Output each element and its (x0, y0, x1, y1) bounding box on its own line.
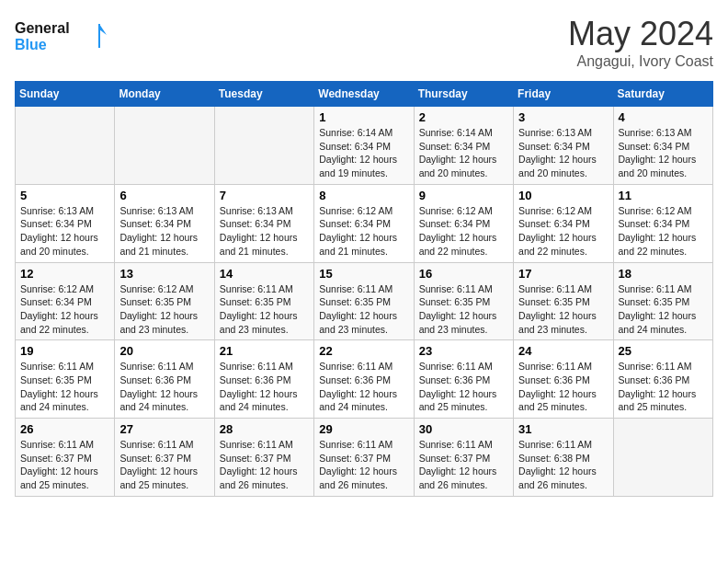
calendar-cell: 1 Sunrise: 6:14 AMSunset: 6:34 PMDayligh… (314, 107, 414, 185)
cell-info: Sunrise: 6:12 AMSunset: 6:34 PMDaylight:… (518, 204, 608, 259)
column-header-thursday: Thursday (414, 82, 513, 107)
calendar-cell: 25 Sunrise: 6:11 AMSunset: 6:36 PMDaylig… (613, 340, 712, 419)
calendar-cell (613, 419, 712, 497)
cell-info: Sunrise: 6:14 AMSunset: 6:34 PMDaylight:… (319, 126, 408, 180)
cell-date: 14 (220, 267, 309, 281)
cell-info: Sunrise: 6:11 AMSunset: 6:35 PMDaylight:… (419, 282, 508, 337)
calendar-cell: 15 Sunrise: 6:11 AMSunset: 6:35 PMDaylig… (314, 262, 414, 340)
logo-svg: General Blue (15, 15, 107, 55)
month-title: May 2024 (568, 15, 713, 53)
calendar-cell: 22 Sunrise: 6:11 AMSunset: 6:36 PMDaylig… (314, 340, 414, 419)
cell-date: 19 (20, 344, 109, 358)
location-title: Angagui, Ivory Coast (568, 53, 713, 70)
column-headers: SundayMondayTuesdayWednesdayThursdayFrid… (16, 82, 713, 107)
calendar-cell: 2 Sunrise: 6:14 AMSunset: 6:34 PMDayligh… (414, 107, 513, 185)
calendar-table: SundayMondayTuesdayWednesdayThursdayFrid… (15, 81, 713, 497)
cell-date: 11 (619, 189, 708, 202)
calendar-cell: 3 Sunrise: 6:13 AMSunset: 6:34 PMDayligh… (514, 107, 613, 185)
cell-date: 13 (119, 267, 209, 281)
cell-info: Sunrise: 6:11 AMSunset: 6:35 PMDaylight:… (518, 282, 608, 337)
column-header-saturday: Saturday (613, 82, 712, 107)
cell-info: Sunrise: 6:11 AMSunset: 6:36 PMDaylight:… (119, 360, 209, 414)
cell-date: 27 (119, 422, 209, 436)
cell-info: Sunrise: 6:11 AMSunset: 6:35 PMDaylight:… (20, 360, 109, 414)
cell-info: Sunrise: 6:13 AMSunset: 6:34 PMDaylight:… (220, 204, 309, 259)
cell-date: 31 (518, 422, 608, 436)
cell-info: Sunrise: 6:11 AMSunset: 6:35 PMDaylight:… (220, 282, 309, 337)
column-header-wednesday: Wednesday (314, 82, 414, 107)
cell-info: Sunrise: 6:11 AMSunset: 6:37 PMDaylight:… (119, 438, 209, 492)
calendar-cell: 20 Sunrise: 6:11 AMSunset: 6:36 PMDaylig… (115, 340, 214, 419)
calendar-cell: 31 Sunrise: 6:11 AMSunset: 6:38 PMDaylig… (514, 419, 613, 497)
calendar-cell (214, 107, 313, 185)
calendar-cell: 7 Sunrise: 6:13 AMSunset: 6:34 PMDayligh… (214, 184, 313, 262)
cell-info: Sunrise: 6:11 AMSunset: 6:37 PMDaylight:… (20, 438, 109, 492)
calendar-cell: 14 Sunrise: 6:11 AMSunset: 6:35 PMDaylig… (214, 262, 313, 340)
cell-info: Sunrise: 6:11 AMSunset: 6:36 PMDaylight:… (319, 360, 408, 414)
cell-date: 5 (20, 189, 109, 202)
calendar-week-5: 26 Sunrise: 6:11 AMSunset: 6:37 PMDaylig… (16, 419, 713, 497)
cell-date: 6 (119, 189, 209, 202)
cell-date: 7 (220, 189, 309, 202)
calendar-cell: 13 Sunrise: 6:12 AMSunset: 6:35 PMDaylig… (115, 262, 214, 340)
cell-date: 16 (419, 267, 508, 281)
calendar-cell: 10 Sunrise: 6:12 AMSunset: 6:34 PMDaylig… (514, 184, 613, 262)
svg-text:General: General (15, 20, 70, 36)
cell-info: Sunrise: 6:14 AMSunset: 6:34 PMDaylight:… (419, 126, 508, 180)
column-header-friday: Friday (514, 82, 613, 107)
cell-info: Sunrise: 6:12 AMSunset: 6:35 PMDaylight:… (119, 282, 209, 337)
cell-info: Sunrise: 6:13 AMSunset: 6:34 PMDaylight:… (20, 204, 109, 259)
calendar-week-1: 1 Sunrise: 6:14 AMSunset: 6:34 PMDayligh… (16, 107, 713, 185)
calendar-week-2: 5 Sunrise: 6:13 AMSunset: 6:34 PMDayligh… (16, 184, 713, 262)
calendar-cell: 23 Sunrise: 6:11 AMSunset: 6:36 PMDaylig… (414, 340, 513, 419)
calendar-cell: 18 Sunrise: 6:11 AMSunset: 6:35 PMDaylig… (613, 262, 712, 340)
calendar-cell: 21 Sunrise: 6:11 AMSunset: 6:36 PMDaylig… (214, 340, 313, 419)
cell-date: 9 (419, 189, 508, 202)
cell-date: 8 (319, 189, 408, 202)
cell-date: 30 (419, 422, 508, 436)
svg-text:Blue: Blue (15, 37, 47, 52)
cell-info: Sunrise: 6:11 AMSunset: 6:35 PMDaylight:… (319, 282, 408, 337)
column-header-monday: Monday (115, 82, 214, 107)
cell-date: 20 (119, 344, 209, 358)
cell-date: 1 (319, 110, 408, 124)
cell-date: 3 (518, 110, 608, 124)
calendar-cell: 28 Sunrise: 6:11 AMSunset: 6:37 PMDaylig… (214, 419, 313, 497)
cell-date: 24 (518, 344, 608, 358)
column-header-tuesday: Tuesday (214, 82, 313, 107)
cell-date: 4 (619, 110, 708, 124)
cell-info: Sunrise: 6:11 AMSunset: 6:36 PMDaylight:… (619, 360, 708, 414)
cell-info: Sunrise: 6:12 AMSunset: 6:34 PMDaylight:… (20, 282, 109, 337)
cell-date: 22 (319, 344, 408, 358)
cell-info: Sunrise: 6:11 AMSunset: 6:36 PMDaylight:… (220, 360, 309, 414)
cell-info: Sunrise: 6:12 AMSunset: 6:34 PMDaylight:… (419, 204, 508, 259)
cell-date: 23 (419, 344, 508, 358)
calendar-cell: 11 Sunrise: 6:12 AMSunset: 6:34 PMDaylig… (613, 184, 712, 262)
cell-info: Sunrise: 6:11 AMSunset: 6:36 PMDaylight:… (518, 360, 608, 414)
calendar-cell: 24 Sunrise: 6:11 AMSunset: 6:36 PMDaylig… (514, 340, 613, 419)
cell-info: Sunrise: 6:12 AMSunset: 6:34 PMDaylight:… (619, 204, 708, 259)
cell-info: Sunrise: 6:11 AMSunset: 6:37 PMDaylight:… (419, 438, 508, 492)
calendar-week-4: 19 Sunrise: 6:11 AMSunset: 6:35 PMDaylig… (16, 340, 713, 419)
cell-date: 21 (220, 344, 309, 358)
cell-date: 10 (518, 189, 608, 202)
cell-info: Sunrise: 6:13 AMSunset: 6:34 PMDaylight:… (518, 126, 608, 180)
cell-date: 12 (20, 267, 109, 281)
calendar-cell: 12 Sunrise: 6:12 AMSunset: 6:34 PMDaylig… (16, 262, 115, 340)
calendar-cell: 17 Sunrise: 6:11 AMSunset: 6:35 PMDaylig… (514, 262, 613, 340)
cell-info: Sunrise: 6:13 AMSunset: 6:34 PMDaylight:… (119, 204, 209, 259)
calendar-cell: 19 Sunrise: 6:11 AMSunset: 6:35 PMDaylig… (16, 340, 115, 419)
calendar-cell: 29 Sunrise: 6:11 AMSunset: 6:37 PMDaylig… (314, 419, 414, 497)
cell-date: 15 (319, 267, 408, 281)
calendar-cell: 9 Sunrise: 6:12 AMSunset: 6:34 PMDayligh… (414, 184, 513, 262)
cell-date: 17 (518, 267, 608, 281)
cell-info: Sunrise: 6:11 AMSunset: 6:36 PMDaylight:… (419, 360, 508, 414)
column-header-sunday: Sunday (16, 82, 115, 107)
cell-date: 25 (619, 344, 708, 358)
cell-date: 18 (619, 267, 708, 281)
calendar-cell: 5 Sunrise: 6:13 AMSunset: 6:34 PMDayligh… (16, 184, 115, 262)
logo: General Blue (15, 15, 107, 55)
calendar-cell: 16 Sunrise: 6:11 AMSunset: 6:35 PMDaylig… (414, 262, 513, 340)
cell-date: 28 (220, 422, 309, 436)
calendar-cell: 4 Sunrise: 6:13 AMSunset: 6:34 PMDayligh… (613, 107, 712, 185)
